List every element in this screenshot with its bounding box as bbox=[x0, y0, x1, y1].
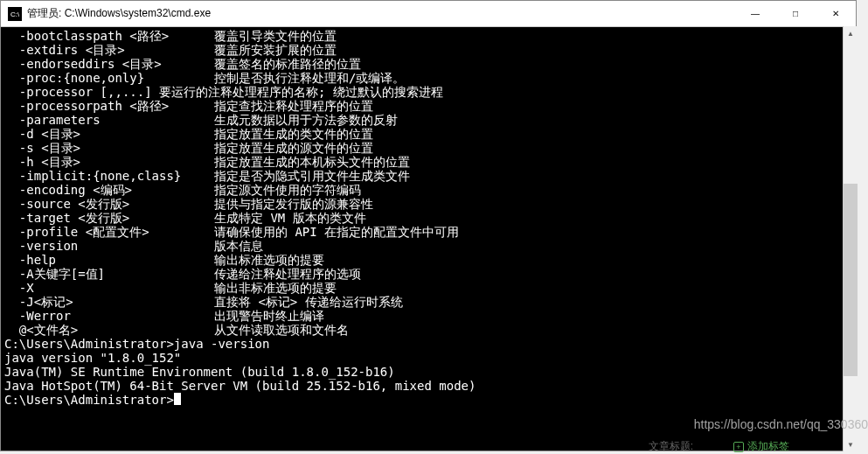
prompt-line: C:\Users\Administrator> bbox=[4, 393, 852, 407]
option-line: -version版本信息 bbox=[4, 239, 852, 253]
svg-text:C:\: C:\ bbox=[10, 10, 19, 18]
option-line: -J<标记>直接将 <标记> 传递给运行时系统 bbox=[4, 295, 852, 309]
minimize-button[interactable]: — bbox=[735, 1, 775, 26]
option-line: -h <目录>指定放置生成的本机标头文件的位置 bbox=[4, 155, 852, 169]
maximize-button[interactable]: □ bbox=[775, 1, 816, 26]
add-tag-label: 添加标签 bbox=[747, 439, 789, 454]
option-line: -parameters生成元数据以用于方法参数的反射 bbox=[4, 113, 852, 127]
option-line: -s <目录>指定放置生成的源文件的位置 bbox=[4, 141, 852, 155]
cmd-window: C:\ 管理员: C:\Windows\system32\cmd.exe — □… bbox=[0, 0, 857, 451]
option-line: -Werror出现警告时终止编译 bbox=[4, 309, 852, 323]
watermark-text: https://blog.csdn.net/qq_330360 bbox=[694, 417, 868, 431]
window-title: 管理员: C:\Windows\system32\cmd.exe bbox=[27, 6, 735, 21]
scroll-down-button[interactable]: ▼ bbox=[844, 437, 858, 451]
option-line: -bootclasspath <路径>覆盖引导类文件的位置 bbox=[4, 29, 852, 43]
option-line: -target <发行版>生成特定 VM 版本的类文件 bbox=[4, 211, 852, 225]
option-line: -implicit:{none,class}指定是否为隐式引用文件生成类文件 bbox=[4, 169, 852, 183]
option-line: -extdirs <目录>覆盖所安装扩展的位置 bbox=[4, 43, 852, 57]
scroll-up-button[interactable]: ▲ bbox=[844, 26, 858, 40]
option-line: -endorseddirs <目录>覆盖签名的标准路径的位置 bbox=[4, 57, 852, 71]
terminal-output[interactable]: -bootclasspath <路径>覆盖引导类文件的位置 -extdirs <… bbox=[1, 27, 856, 451]
window-controls: — □ ✕ bbox=[735, 1, 856, 26]
option-line: -processor [,,...] 要运行的注释处理程序的名称; 绕过默认的搜… bbox=[4, 85, 852, 99]
option-line: -profile <配置文件>请确保使用的 API 在指定的配置文件中可用 bbox=[4, 225, 852, 239]
output-line: java version "1.8.0_152" bbox=[4, 351, 852, 365]
add-tag-link[interactable]: + 添加标签 bbox=[733, 439, 789, 454]
option-line: -proc:{none,only}控制是否执行注释处理和/或编译。 bbox=[4, 71, 852, 85]
scroll-thumb[interactable] bbox=[844, 184, 858, 376]
cmd-icon: C:\ bbox=[8, 7, 22, 21]
option-line: @<文件名>从文件读取选项和文件名 bbox=[4, 323, 852, 337]
close-button[interactable]: ✕ bbox=[816, 1, 856, 26]
bottom-label: 文章标题: bbox=[649, 439, 693, 454]
option-line: -source <发行版>提供与指定发行版的源兼容性 bbox=[4, 197, 852, 211]
option-line: -processorpath <路径>指定查找注释处理程序的位置 bbox=[4, 99, 852, 113]
option-line: -encoding <编码>指定源文件使用的字符编码 bbox=[4, 183, 852, 197]
scrollbar[interactable]: ▲ ▼ bbox=[843, 26, 857, 451]
prompt-line: C:\Users\Administrator>java -version bbox=[4, 337, 852, 351]
cursor bbox=[174, 393, 181, 405]
option-line: -help输出标准选项的提要 bbox=[4, 253, 852, 267]
output-line: Java HotSpot(TM) 64-Bit Server VM (build… bbox=[4, 379, 852, 393]
plus-icon: + bbox=[733, 442, 744, 452]
option-line: -A关键字[=值]传递给注释处理程序的选项 bbox=[4, 267, 852, 281]
option-line: -X输出非标准选项的提要 bbox=[4, 281, 852, 295]
output-line: Java(TM) SE Runtime Environment (build 1… bbox=[4, 365, 852, 379]
option-line: -d <目录>指定放置生成的类文件的位置 bbox=[4, 127, 852, 141]
titlebar[interactable]: C:\ 管理员: C:\Windows\system32\cmd.exe — □… bbox=[1, 1, 856, 27]
